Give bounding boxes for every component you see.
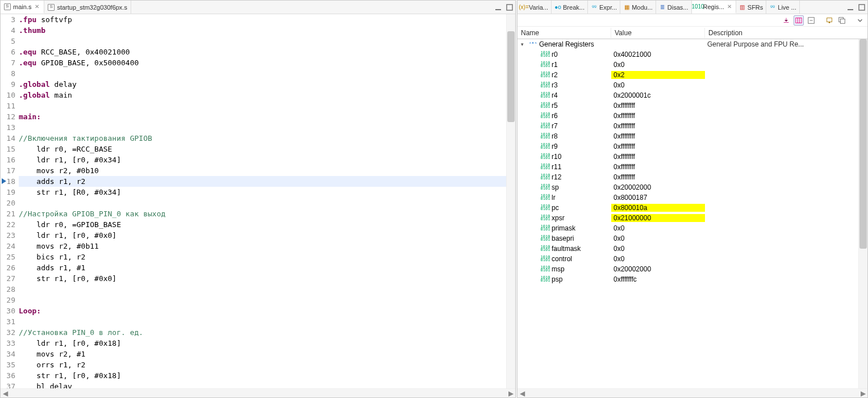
line-number[interactable]: 11 (1, 100, 15, 111)
register-value[interactable]: 0x20002000 (611, 183, 705, 191)
line-number[interactable]: 9 (1, 79, 15, 90)
register-value[interactable]: 0xffffffff (611, 132, 705, 140)
line-number[interactable]: 8 (1, 68, 15, 79)
code-line[interactable]: adds r1, r2 (19, 176, 506, 187)
register-value[interactable]: 0xffffffff (611, 153, 705, 161)
reg-scroll-left-icon[interactable]: ◀ (518, 389, 527, 397)
register-row[interactable]: 10100101sp0x20002000 (518, 182, 858, 192)
code-line[interactable]: str r1, [r0, #0x18] (19, 370, 506, 381)
code-line[interactable]: .equ GPIOB_BASE, 0x50000400 (19, 57, 506, 68)
register-value[interactable]: 0x20002000 (611, 265, 705, 273)
hscroll-track[interactable] (10, 389, 506, 397)
minimize-icon[interactable] (846, 3, 855, 12)
code-line[interactable] (19, 100, 506, 111)
register-value[interactable]: 0x2000001c (611, 91, 705, 99)
register-row[interactable]: 10100101faultmask0x0 (518, 244, 858, 254)
close-icon[interactable]: ✕ (726, 3, 733, 10)
code-line[interactable]: //Включения тактирования GPIOB (19, 133, 506, 144)
registers-scrollbar[interactable] (858, 39, 867, 388)
register-value[interactable]: 0x40021000 (611, 51, 705, 58)
show-columns-icon[interactable] (794, 15, 804, 26)
code-line[interactable] (19, 316, 506, 327)
code-line[interactable]: bl delay (19, 381, 506, 388)
register-value[interactable]: 0x21000000 (611, 214, 705, 222)
registers-scroll-thumb[interactable] (859, 39, 867, 249)
register-row[interactable]: 10100101r90xffffffff (518, 141, 858, 152)
register-row[interactable]: 10100101primask0x0 (518, 223, 858, 233)
line-number[interactable]: 29 (1, 295, 15, 305)
debug-tab-dis[interactable]: ≣Disas... (656, 1, 692, 14)
code-line[interactable]: //Установка PIN_0 в лог. ед. (19, 327, 506, 338)
editor-tab[interactable]: main.s✕ (1, 1, 44, 14)
register-group[interactable]: ▾ᴬᴮᴬGeneral RegistersGeneral Purpose and… (518, 39, 858, 49)
line-number[interactable]: 24 (1, 241, 15, 252)
debug-tab-reg[interactable]: 1010Regis...✕ (692, 1, 736, 14)
import-icon[interactable] (781, 15, 791, 26)
register-row[interactable]: 10100101control0x0 (518, 254, 858, 264)
line-number[interactable]: 37 (1, 381, 15, 388)
code-line[interactable]: str r1, [R0, #0x34] (19, 187, 506, 198)
expand-icon[interactable]: ▾ (521, 41, 527, 47)
code-line[interactable]: ldr r0, =GPIOB_BASE (19, 219, 506, 230)
register-value[interactable]: 0x2 (611, 71, 705, 79)
debug-tab-brk[interactable]: ●oBreak... (552, 1, 588, 14)
line-number[interactable]: 12 (1, 111, 15, 122)
col-header-value[interactable]: Value (611, 28, 705, 38)
code-line[interactable] (19, 295, 506, 305)
maximize-icon[interactable] (857, 3, 866, 12)
register-row[interactable]: 10100101basepri0x0 (518, 233, 858, 244)
line-number[interactable]: 14 (1, 133, 15, 144)
line-number[interactable]: 26 (1, 262, 15, 273)
register-row[interactable]: 10100101pc0x800010a (518, 203, 858, 213)
register-value[interactable]: 0x0 (611, 255, 705, 263)
code-line[interactable]: .global main (19, 90, 506, 100)
code-line[interactable]: ldr r1, [r0, #0x18] (19, 338, 506, 349)
code-line[interactable]: ldr r1, [r0, #0x34] (19, 154, 506, 165)
code-line[interactable] (19, 284, 506, 295)
collapse-all-icon[interactable] (806, 15, 816, 26)
line-number[interactable]: 19 (1, 187, 15, 198)
col-header-name[interactable]: Name (518, 28, 611, 38)
register-value[interactable]: 0x0 (611, 61, 705, 69)
register-value[interactable]: 0xffffffff (611, 112, 705, 120)
line-number[interactable]: 17 (1, 165, 15, 176)
register-row[interactable]: 10100101r100xffffffff (518, 152, 858, 162)
register-value[interactable]: 0x0 (611, 81, 705, 89)
debug-tab-mod[interactable]: ▦Modu... (620, 1, 656, 14)
line-number[interactable]: 10 (1, 90, 15, 100)
new-view-icon[interactable] (837, 15, 847, 26)
code-line[interactable]: movs r2, #0b10 (19, 165, 506, 176)
view-menu-icon[interactable] (855, 15, 865, 26)
scroll-right-icon[interactable]: ▶ (506, 389, 515, 397)
register-row[interactable]: 10100101r120xffffffff (518, 172, 858, 182)
pin-icon[interactable] (824, 15, 834, 26)
code-area[interactable]: .fpu softvfp.thumb .equ RCC_BASE, 0x4002… (19, 14, 506, 388)
line-number[interactable]: 18 (1, 176, 15, 187)
code-line[interactable] (19, 198, 506, 208)
code-line[interactable]: .fpu softvfp (19, 14, 506, 25)
register-value[interactable]: 0x800010a (611, 204, 705, 212)
reg-scroll-right-icon[interactable]: ▶ (858, 389, 867, 397)
register-row[interactable]: 10100101r50xffffffff (518, 100, 858, 111)
register-row[interactable]: 10100101r60xffffffff (518, 111, 858, 121)
code-line[interactable]: .equ RCC_BASE, 0x40021000 (19, 47, 506, 57)
scrollbar-thumb[interactable] (507, 31, 515, 122)
vertical-scrollbar[interactable] (506, 14, 515, 388)
code-line[interactable]: ldr r0, =RCC_BASE (19, 144, 506, 154)
line-number[interactable]: 16 (1, 154, 15, 165)
maximize-icon[interactable] (505, 3, 514, 12)
editor-tab[interactable]: startup_stm32g030f6px.s (44, 1, 131, 14)
register-row[interactable]: 10100101psp0xfffffffc (518, 274, 858, 284)
col-header-desc[interactable]: Description (705, 28, 867, 38)
register-row[interactable]: 10100101r20x2 (518, 70, 858, 80)
code-line[interactable]: bics r1, r2 (19, 252, 506, 262)
line-number[interactable]: 30 (1, 305, 15, 316)
register-row[interactable]: 10100101r70xffffffff (518, 121, 858, 131)
line-number[interactable]: 31 (1, 316, 15, 327)
code-line[interactable]: ldr r1, [r0, #0x0] (19, 230, 506, 241)
debug-tab-var[interactable]: (x)=Varia... (518, 1, 552, 14)
register-row[interactable]: 10100101r40x2000001c (518, 90, 858, 100)
code-line[interactable] (19, 122, 506, 133)
register-value[interactable]: 0xffffffff (611, 143, 705, 150)
line-number[interactable]: 15 (1, 144, 15, 154)
